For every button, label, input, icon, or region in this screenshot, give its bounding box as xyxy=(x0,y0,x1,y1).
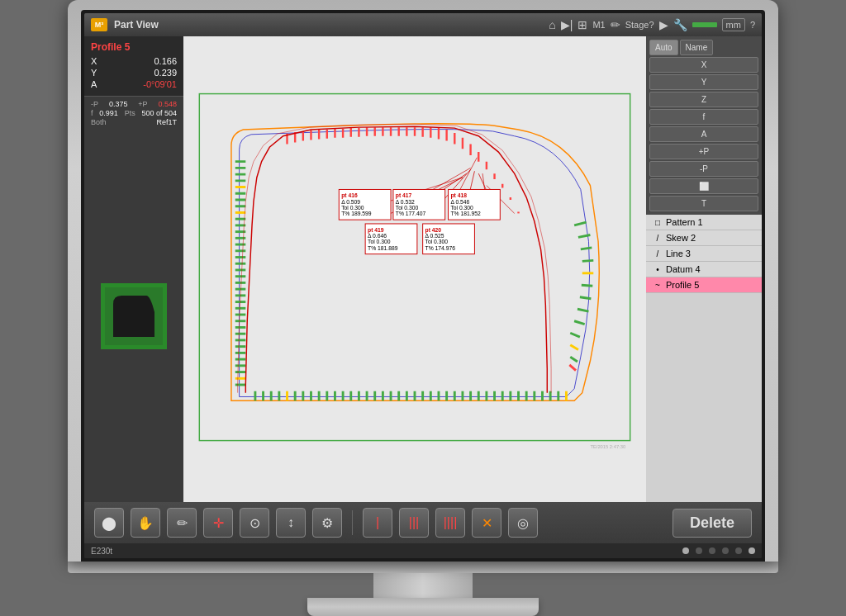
monitor-stand-neck xyxy=(373,573,473,598)
coords-panel: Profile 5 X 0.166 Y 0.239 A - xyxy=(84,36,183,96)
app-logo: M³ xyxy=(91,18,107,31)
grid-icon[interactable]: ⊞ xyxy=(577,18,587,31)
status-dot-5 xyxy=(735,547,742,554)
profile-icon: ~ xyxy=(653,280,663,290)
status-dot-1 xyxy=(682,547,689,554)
screen: M³ Part View ⌂ ▶| ⊞ M1 ✏ Stage? ▶ 🔧 mm ? xyxy=(84,13,762,558)
axis-tool-button[interactable]: ✛ xyxy=(203,508,233,538)
a-button[interactable]: A xyxy=(649,126,758,142)
auto-button[interactable]: Auto xyxy=(649,40,678,55)
multi-point-button[interactable]: ||| xyxy=(399,508,429,538)
svg-text:Tol  0.300: Tol 0.300 xyxy=(341,205,364,211)
line-icon: / xyxy=(653,249,663,258)
p-label: -P xyxy=(91,100,98,108)
ps-value: 500 of 504 xyxy=(141,109,177,117)
pencil-tool-button[interactable]: ✏ xyxy=(167,508,197,538)
p-value: 0.375 xyxy=(109,100,128,108)
status-bar: E230t xyxy=(84,543,762,558)
p-button[interactable]: -P xyxy=(649,161,758,177)
ps-label: Pts xyxy=(125,109,135,117)
svg-text:T%  181.889: T% 181.889 xyxy=(368,245,398,251)
hand-tool-button[interactable]: ✋ xyxy=(131,508,160,538)
svg-text:Tol  0.300: Tol 0.300 xyxy=(425,239,449,244)
main-content: Profile 5 X 0.166 Y 0.239 A - xyxy=(84,36,762,502)
status-bar-indicator xyxy=(692,22,717,27)
svg-text:T%  174.976: T% 174.976 xyxy=(425,245,456,251)
a-row: A -0°09'01 xyxy=(91,79,177,89)
pattern-icon: □ xyxy=(653,217,663,227)
svg-text:TE/2015 2:47:30: TE/2015 2:47:30 xyxy=(590,444,625,449)
f-button[interactable]: f xyxy=(649,109,758,125)
frame-button[interactable]: ⬜ xyxy=(649,178,758,194)
arrow-icon[interactable]: ▶ xyxy=(659,18,668,31)
profile5-label: Profile 5 xyxy=(666,280,699,290)
help-icon[interactable]: ? xyxy=(750,20,755,30)
y-label: Y xyxy=(91,68,102,78)
model-label: E230t xyxy=(91,547,112,556)
svg-line-87 xyxy=(582,260,594,261)
list-item-pattern1[interactable]: □ Pattern 1 xyxy=(646,215,762,230)
y-row: Y 0.239 xyxy=(91,68,177,78)
screen-bezel: M³ Part View ⌂ ▶| ⊞ M1 ✏ Stage? ▶ 🔧 mm ? xyxy=(81,10,765,562)
measure-tool-button[interactable]: ↕ xyxy=(276,508,306,538)
status-dot-6 xyxy=(749,547,755,554)
single-point-button[interactable]: | xyxy=(363,508,392,538)
svg-text:Tol  0.300: Tol 0.300 xyxy=(450,205,473,211)
list-item-datum4[interactable]: • Datum 4 xyxy=(646,262,762,277)
status-dot-3 xyxy=(709,547,715,554)
thumbnail-area xyxy=(84,130,183,502)
pencil-icon[interactable]: ✏ xyxy=(611,18,620,31)
status-dot-2 xyxy=(696,547,702,554)
status-dot-4 xyxy=(722,547,729,554)
unit-label: mm xyxy=(722,18,745,31)
x-row: X 0.166 xyxy=(91,56,177,66)
wrench-icon[interactable]: 🔧 xyxy=(673,18,687,31)
svg-text:Tol  0.300: Tol 0.300 xyxy=(396,205,419,211)
svg-line-90 xyxy=(580,297,592,299)
name-button[interactable]: Name xyxy=(680,40,714,55)
list-item-line3[interactable]: / Line 3 xyxy=(646,246,762,262)
part-view-canvas[interactable]: pt 416 Δ 0.509 Tol 0.300 T% 189.599 pt 4… xyxy=(183,36,646,502)
title-bar: M³ Part View ⌂ ▶| ⊞ M1 ✏ Stage? ▶ 🔧 mm ? xyxy=(84,13,762,36)
ref-value: Ref1T xyxy=(156,118,177,126)
status-dots xyxy=(682,547,755,554)
point-tool-button[interactable]: ⊙ xyxy=(240,508,269,538)
datum-icon: • xyxy=(653,264,663,274)
circle-tool-button[interactable]: ⬤ xyxy=(94,508,124,538)
pattern1-label: Pattern 1 xyxy=(666,217,703,227)
rp-button[interactable]: +P xyxy=(649,144,758,159)
dense-point-button[interactable]: |||| xyxy=(435,508,465,538)
stage-label: Stage? xyxy=(625,20,654,30)
title-icons: ⌂ ▶| ⊞ M1 ✏ Stage? ▶ 🔧 mm ? xyxy=(549,18,755,31)
y-button[interactable]: Y xyxy=(649,74,758,90)
monitor-bottom-edge xyxy=(68,562,778,573)
home-icon[interactable]: ⌂ xyxy=(549,18,555,31)
x-label: X xyxy=(91,56,102,66)
line3-label: Line 3 xyxy=(666,249,691,258)
circle-measure-button[interactable]: ◎ xyxy=(508,508,538,538)
f-value: 0.991 xyxy=(99,109,118,117)
right-panel-buttons: Auto Name X Y Z f A +P -P ⬜ xyxy=(646,36,762,215)
a-label: A xyxy=(91,79,102,89)
skew-icon: / xyxy=(653,233,663,243)
toolbar-divider xyxy=(352,510,353,535)
list-item-skew2[interactable]: / Skew 2 xyxy=(646,230,762,246)
rp-value: 0.548 xyxy=(158,100,177,108)
skew2-label: Skew 2 xyxy=(666,233,696,243)
settings-button[interactable]: ⚙ xyxy=(312,508,342,538)
list-item-profile5[interactable]: ~ Profile 5 xyxy=(646,277,762,293)
right-list: □ Pattern 1 / Skew 2 / Line 3 xyxy=(646,215,762,502)
y-value: 0.239 xyxy=(102,68,177,78)
z-button[interactable]: Z xyxy=(649,92,758,107)
ref-label: Both xyxy=(91,118,107,126)
stats-panel: -P 0.375 +P 0.548 f 0.991 Pts 500 of 504 xyxy=(84,96,183,130)
play-icon[interactable]: ▶| xyxy=(561,18,573,31)
datum4-label: Datum 4 xyxy=(666,264,701,274)
profile-name: Profile 5 xyxy=(91,41,177,53)
delete-button[interactable]: Delete xyxy=(673,509,752,538)
svg-line-89 xyxy=(582,285,593,286)
t-button[interactable]: T xyxy=(649,196,758,211)
cross-button[interactable]: ✕ xyxy=(472,508,501,538)
x-button[interactable]: X xyxy=(649,57,758,73)
left-panel: Profile 5 X 0.166 Y 0.239 A - xyxy=(84,36,183,502)
